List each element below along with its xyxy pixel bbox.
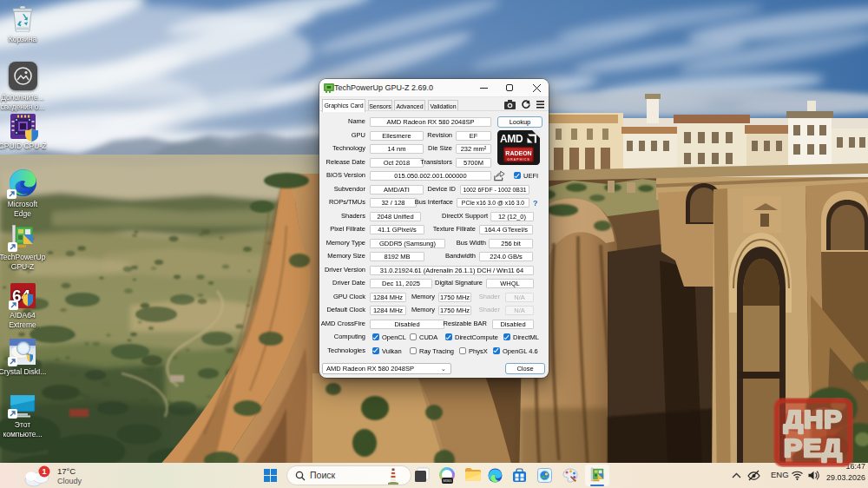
svg-text:GRAPHICS: GRAPHICS	[507, 158, 529, 162]
svg-text:RADEON: RADEON	[505, 150, 531, 156]
svg-text:1: 1	[42, 467, 46, 476]
svg-text:ДНР: ДНР	[784, 406, 843, 434]
svg-text:РЕД: РЕД	[784, 433, 843, 462]
svg-text:AMD: AMD	[500, 133, 523, 145]
